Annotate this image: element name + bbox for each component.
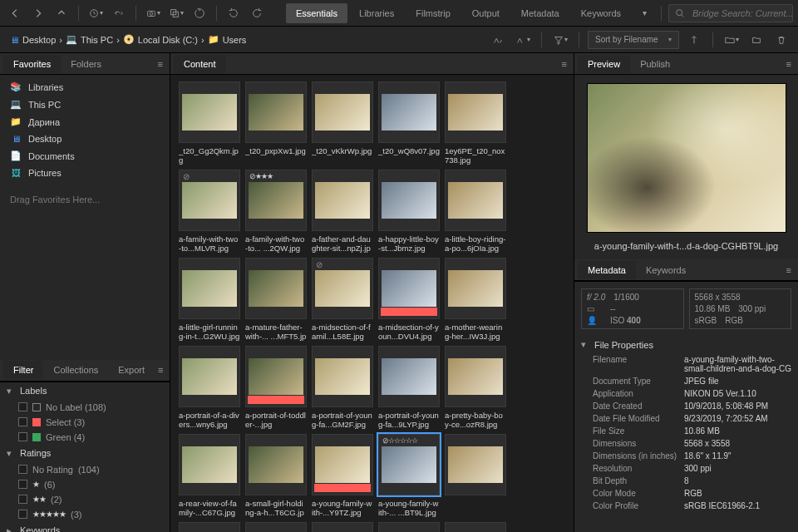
favorite-item-pictures[interactable]: 🖼Pictures	[0, 165, 170, 181]
nav-forward-button[interactable]	[28, 3, 48, 23]
batch-button[interactable]: ▾	[166, 3, 186, 23]
thumbnail[interactable]: a-rear-view-of-family-...C67G.jpg	[179, 434, 240, 517]
sort-dropdown[interactable]: Sort by Filename▾	[588, 31, 679, 49]
filter-funnel-button[interactable]: ▾	[550, 30, 570, 50]
panel-menu-icon[interactable]: ≡	[783, 262, 795, 278]
filter-label-no-label[interactable]: No Label (108)	[0, 400, 170, 415]
sort-direction-button[interactable]	[684, 30, 704, 50]
workspace-tab-filmstrip[interactable]: Filmstrip	[406, 3, 461, 23]
thumbnail[interactable]: ⊘☆☆☆☆☆a-young-family-with-... ...BT9L.jp…	[378, 434, 440, 517]
tab-metadata[interactable]: Metadata	[578, 261, 636, 279]
workspace-tab-libraries[interactable]: Libraries	[349, 3, 404, 23]
breadcrumb-users[interactable]: 📁Users	[204, 32, 250, 47]
tab-export[interactable]: Export	[108, 361, 155, 379]
tab-collections[interactable]: Collections	[43, 361, 108, 379]
thumbnail[interactable]: _t20_vKkrWp.jpg	[312, 81, 373, 165]
breadcrumb-local-disk-c-[interactable]: 📀Local Disk (C:)	[120, 32, 201, 47]
tab-favorites[interactable]: Favorites	[3, 55, 61, 73]
filter-group-labels[interactable]: ▾Labels	[0, 382, 170, 400]
filter-group-keywords[interactable]: ▸Keywords	[0, 522, 170, 533]
thumbnail[interactable]: a-little-boy-riding-a-po...6jOIa.jpg	[445, 170, 506, 253]
breadcrumb-desktop[interactable]: 🖥Desktop	[7, 33, 59, 47]
thumbnail[interactable]: a-portrait-of-a-divers...wny6.jpg	[179, 346, 240, 429]
thumbnail[interactable]: a-portrait-of-toddler-...jpg	[245, 346, 307, 429]
nav-up-button[interactable]	[52, 2, 71, 22]
favorite-item-дарина[interactable]: 📁Дарина	[0, 113, 170, 131]
thumbnail[interactable]: a-portrait-of-young-fa...9LYP.jpg	[378, 346, 440, 429]
tab-content[interactable]: Content	[174, 55, 226, 73]
favorite-item-documents[interactable]: 📄Documents	[0, 147, 170, 165]
tab-keywords[interactable]: Keywords	[636, 261, 696, 279]
thumbnail[interactable]: _t20_wQ8v07.jpg	[378, 81, 440, 165]
tab-folders[interactable]: Folders	[61, 55, 111, 73]
workspace-overflow-button[interactable]: ▾	[634, 3, 654, 23]
tab-preview[interactable]: Preview	[578, 55, 630, 73]
favorite-item-this pc[interactable]: 💻This PC	[0, 96, 170, 113]
thumbnail[interactable]: a-little-girl-running-in-t...G2WU.jpg	[179, 258, 240, 341]
search-input[interactable]	[691, 7, 798, 19]
thumbnail[interactable]: a-small-girl-holding-a-h...T6CG.jpg	[245, 434, 307, 517]
filter-rating-5[interactable]: ★★★★★ (3)	[0, 507, 170, 522]
checkbox[interactable]	[18, 417, 27, 426]
checkbox[interactable]	[18, 495, 27, 504]
thumbnail[interactable]: a-young-family-with-...Y9TZ.jpg	[312, 434, 373, 517]
thumbnail[interactable]: a-pretty-baby-boy-ce...ozR8.jpg	[445, 346, 506, 429]
thumbnail[interactable]: _t20_pxpXw1.jpg	[245, 81, 307, 165]
search-box[interactable]	[668, 4, 793, 22]
thumbnail[interactable]: a-midsection-of-youn...DVU4.jpg	[378, 258, 440, 341]
thumbnail[interactable]	[312, 522, 373, 532]
filter-rating-1[interactable]: ★ (6)	[0, 477, 170, 492]
open-recent-button[interactable]	[746, 30, 766, 50]
filter-label-green[interactable]: Green (4)	[0, 430, 170, 445]
thumbnail[interactable]: a-happy-little-boy-st...Jbmz.jpg	[378, 170, 440, 253]
tab-filter[interactable]: Filter	[3, 361, 43, 379]
filter-group-ratings[interactable]: ▾Ratings	[0, 445, 170, 462]
checkbox[interactable]	[18, 480, 27, 489]
workspace-tab-output[interactable]: Output	[462, 3, 510, 23]
filter-rating-2[interactable]: ★★ (2)	[0, 492, 170, 507]
panel-menu-icon[interactable]: ≡	[559, 56, 570, 72]
favorite-item-desktop[interactable]: 🖥Desktop	[0, 131, 170, 147]
thumbnail[interactable]	[179, 522, 240, 532]
thumb-quality-button[interactable]	[488, 30, 508, 50]
trash-button[interactable]	[771, 30, 791, 50]
favorite-item-libraries[interactable]: 📚Libraries	[0, 78, 170, 96]
thumbnail[interactable]: _t20_Gg2Qkm.jpg	[179, 81, 240, 165]
thumbnail[interactable]: ⊘★★★a-family-with-two-to... ...2QW.jpg	[245, 170, 307, 253]
get-photos-button[interactable]: ▾	[143, 3, 163, 23]
tab-publish[interactable]: Publish	[630, 55, 680, 73]
thumbnail[interactable]: ⊘a-family-with-two-to...MLVR.jpg	[179, 170, 240, 253]
workspace-tab-keywords[interactable]: Keywords	[571, 3, 631, 23]
checkbox[interactable]	[18, 432, 27, 441]
rotate-ccw-button[interactable]	[224, 3, 244, 23]
refine-button[interactable]	[190, 3, 209, 23]
boomerang-button[interactable]	[109, 3, 129, 23]
filter-label-select[interactable]: Select (3)	[0, 415, 170, 430]
thumbnail[interactable]	[378, 522, 440, 532]
thumbnail[interactable]: a-father-and-daughter-sit...npZj.jpg	[312, 170, 373, 253]
filter-rating-0[interactable]: No Rating (104)	[0, 462, 170, 477]
breadcrumb-this-pc[interactable]: 💻This PC	[62, 32, 116, 47]
thumbnail[interactable]	[445, 522, 506, 532]
checkbox[interactable]	[18, 510, 27, 519]
workspace-tab-metadata[interactable]: Metadata	[511, 3, 569, 23]
rotate-cw-button[interactable]	[247, 3, 267, 23]
preview-image[interactable]	[587, 83, 786, 233]
new-folder-button[interactable]: ▾	[722, 30, 741, 50]
thumbnail[interactable]: 1ey6PE_t20_nox738.jpg	[445, 81, 506, 165]
thumbnail[interactable]: a-mother-wearing-her...IW3J.jpg	[445, 258, 506, 341]
thumbnail[interactable]	[245, 522, 307, 532]
thumbnail[interactable]: ⊘a-midsection-of-famil...L58E.jpg	[312, 258, 373, 341]
checkbox[interactable]	[18, 465, 27, 474]
workspace-tab-essentials[interactable]: Essentials	[286, 3, 347, 23]
panel-menu-icon[interactable]: ≡	[155, 362, 166, 378]
nav-back-button[interactable]	[5, 3, 25, 23]
checkbox[interactable]	[18, 402, 27, 411]
thumbnail[interactable]: a-mature-father-with-... ...MFT5.jpg	[245, 258, 307, 341]
panel-menu-icon[interactable]: ≡	[783, 56, 795, 72]
panel-menu-icon[interactable]: ≡	[155, 56, 166, 72]
thumbnail[interactable]: a-portrait-of-young-fa...GM2F.jpg	[312, 346, 373, 429]
thumbnail[interactable]	[445, 434, 506, 517]
thumb-quality-menu-button[interactable]: ▾	[513, 30, 533, 50]
file-properties-header[interactable]: ▾File Properties	[574, 336, 798, 353]
